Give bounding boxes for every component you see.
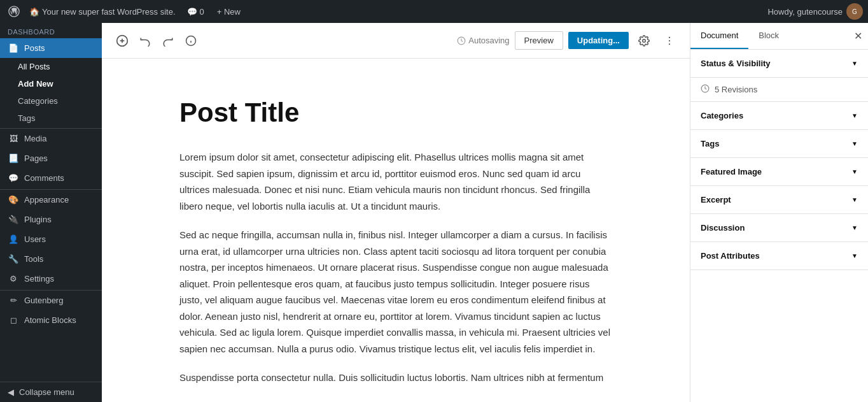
- panel-tabs: Document Block ✕: [690, 23, 868, 50]
- tab-block[interactable]: Block: [748, 23, 789, 49]
- new-link[interactable]: + New: [212, 7, 246, 17]
- editor-toolbar: Autosaving Preview Updating...: [102, 23, 690, 59]
- post-title[interactable]: Post Title: [179, 97, 612, 129]
- chevron-down-icon-tags: ▼: [851, 140, 858, 147]
- section-excerpt-header[interactable]: Excerpt ▼: [690, 186, 868, 213]
- comments-link[interactable]: 💬 0: [182, 7, 209, 17]
- editor-area: Autosaving Preview Updating...: [102, 23, 690, 402]
- paragraph-1[interactable]: Lorem ipsum dolor sit amet, consectetur …: [179, 149, 612, 214]
- paragraph-2[interactable]: Sed ac neque fringilla, accumsan nulla i…: [179, 227, 612, 357]
- info-button[interactable]: [181, 31, 201, 51]
- document-panel: Document Block ✕ Status & Visibility ▼: [690, 23, 868, 402]
- sidebar-item-tools[interactable]: 🔧 Tools: [0, 249, 102, 269]
- sidebar-item-all-posts[interactable]: All Posts: [0, 58, 102, 75]
- sidebar-item-appearance[interactable]: 🎨 Appearance: [0, 190, 102, 210]
- admin-bar: 🏠 Your new super fast WordPress site. 💬 …: [0, 0, 868, 23]
- sidebar-section-gutenberg: ✏ Gutenberg: [0, 290, 102, 310]
- avatar: G: [846, 3, 863, 20]
- collapse-icon: ◀: [8, 387, 14, 397]
- comments-sidebar-icon: 💬: [8, 173, 19, 183]
- gutenberg-icon: ✏: [8, 296, 19, 305]
- update-button[interactable]: Updating...: [568, 32, 629, 49]
- pages-icon: 📃: [8, 154, 19, 163]
- appearance-icon: 🎨: [8, 195, 19, 205]
- sidebar-item-atomic-blocks[interactable]: ◻ Atomic Blocks: [0, 310, 102, 330]
- section-tags: Tags ▼: [690, 130, 868, 158]
- sidebar-item-tags[interactable]: Tags: [0, 110, 102, 127]
- paragraph-3[interactable]: Suspendisse porta consectetur nulla. Dui…: [179, 370, 612, 386]
- settings-icon: ⚙: [8, 274, 19, 284]
- plugins-icon: 🔌: [8, 215, 19, 224]
- section-featured-image: Featured Image ▼: [690, 158, 868, 186]
- autosave-status: Autosaving: [457, 36, 509, 45]
- add-block-button[interactable]: [112, 31, 132, 51]
- main-layout: Dashboard 📄 Posts All Posts Add New Cate…: [0, 23, 868, 402]
- tools-icon: 🔧: [8, 254, 19, 264]
- section-discussion-header[interactable]: Discussion ▼: [690, 214, 868, 241]
- sidebar: Dashboard 📄 Posts All Posts Add New Cate…: [0, 23, 102, 402]
- section-discussion: Discussion ▼: [690, 214, 868, 242]
- sidebar-item-categories[interactable]: Categories: [0, 92, 102, 110]
- sidebar-item-plugins[interactable]: 🔌 Plugins: [0, 210, 102, 229]
- section-featured-image-header[interactable]: Featured Image ▼: [690, 158, 868, 185]
- post-body[interactable]: Lorem ipsum dolor sit amet, consectetur …: [179, 149, 612, 386]
- section-categories-header[interactable]: Categories ▼: [690, 102, 868, 129]
- preview-button[interactable]: Preview: [515, 31, 563, 50]
- atomic-blocks-icon: ◻: [8, 315, 19, 325]
- sidebar-item-users[interactable]: 👤 Users: [0, 229, 102, 249]
- editor-content[interactable]: Post Title Lorem ipsum dolor sit amet, c…: [129, 59, 663, 402]
- chevron-down-icon-discussion: ▼: [851, 224, 858, 231]
- svg-point-10: [669, 43, 670, 45]
- revisions-row[interactable]: 5 Revisions: [690, 78, 868, 102]
- chevron-down-icon-categories: ▼: [851, 112, 858, 119]
- chevron-down-icon: ▼: [851, 60, 858, 67]
- panel-close-button[interactable]: ✕: [848, 26, 868, 47]
- section-status-visibility: Status & Visibility ▼: [690, 50, 868, 78]
- sidebar-item-gutenberg[interactable]: ✏ Gutenberg: [0, 291, 102, 310]
- clock-icon: [701, 84, 710, 95]
- section-post-attributes-header[interactable]: Post Attributes ▼: [690, 242, 868, 269]
- site-name[interactable]: 🏠 Your new super fast WordPress site.: [25, 7, 179, 17]
- panel-sections: Status & Visibility ▼ 5 Revisions Catego…: [690, 50, 868, 402]
- tab-document[interactable]: Document: [690, 23, 748, 49]
- chevron-down-icon-post-attrs: ▼: [851, 252, 858, 259]
- sidebar-item-settings[interactable]: ⚙ Settings: [0, 269, 102, 289]
- svg-point-7: [643, 39, 646, 42]
- sidebar-item-add-new[interactable]: Add New: [0, 75, 102, 92]
- howdy-text: Howdy, gutencourse G: [767, 3, 863, 20]
- collapse-menu-button[interactable]: ◀ Collapse menu: [0, 382, 102, 402]
- home-icon: 🏠: [29, 7, 39, 17]
- undo-button[interactable]: [135, 31, 155, 51]
- section-tags-header[interactable]: Tags ▼: [690, 130, 868, 157]
- chevron-down-icon-featured: ▼: [851, 168, 858, 175]
- sidebar-item-pages[interactable]: 📃 Pages: [0, 148, 102, 168]
- wp-logo-icon[interactable]: [5, 3, 23, 20]
- settings-toggle-button[interactable]: [634, 31, 654, 51]
- section-excerpt: Excerpt ▼: [690, 186, 868, 214]
- media-icon: 🖼: [8, 134, 19, 143]
- dashboard-header: Dashboard: [0, 23, 102, 38]
- toolbar-right: Autosaving Preview Updating...: [457, 31, 680, 51]
- section-status-visibility-header[interactable]: Status & Visibility ▼: [690, 50, 868, 77]
- sidebar-section-media: 🖼 Media: [0, 128, 102, 148]
- svg-point-8: [669, 36, 670, 38]
- section-post-attributes: Post Attributes ▼: [690, 242, 868, 270]
- sidebar-item-media[interactable]: 🖼 Media: [0, 129, 102, 148]
- posts-icon: 📄: [8, 43, 19, 53]
- users-icon: 👤: [8, 234, 19, 244]
- comments-icon: 💬: [187, 7, 197, 17]
- sidebar-item-comments[interactable]: 💬 Comments: [0, 168, 102, 188]
- section-categories: Categories ▼: [690, 102, 868, 130]
- more-options-button[interactable]: [659, 31, 680, 51]
- sidebar-section-appearance: 🎨 Appearance: [0, 189, 102, 210]
- chevron-down-icon-excerpt: ▼: [851, 196, 858, 203]
- redo-button[interactable]: [158, 31, 178, 51]
- svg-point-9: [669, 39, 670, 41]
- sidebar-item-posts[interactable]: 📄 Posts: [0, 38, 102, 58]
- editor-wrapper: Autosaving Preview Updating...: [102, 23, 868, 402]
